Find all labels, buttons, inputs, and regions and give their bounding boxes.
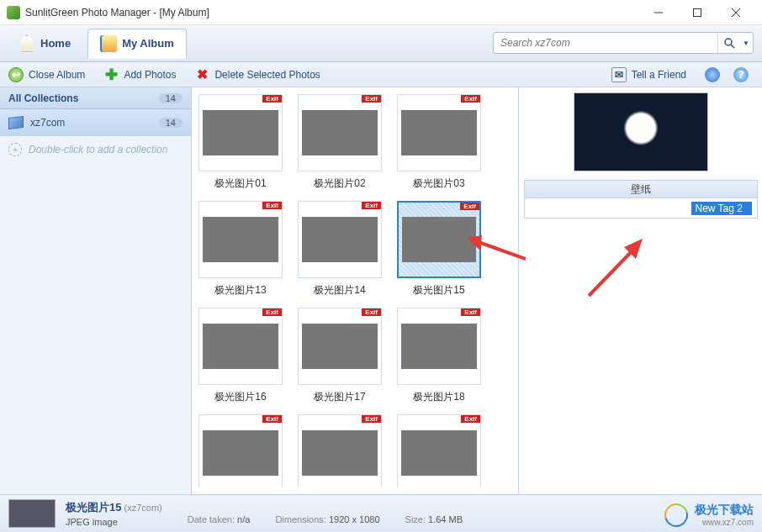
delete-icon: ✖ <box>194 67 209 82</box>
home-icon <box>19 35 35 52</box>
friend-icon: ✉ <box>611 67 627 82</box>
thumbnail-image <box>302 110 378 155</box>
thumbnail-frame[interactable]: Exif <box>298 308 382 385</box>
thumbnail[interactable]: Exif 极光图片14 <box>298 201 382 298</box>
add-photos-button[interactable]: ✚ Add Photos <box>103 67 176 82</box>
thumbnail-frame[interactable]: Exif <box>298 414 382 487</box>
web-button[interactable] <box>705 67 725 82</box>
thumbnail[interactable]: Exif 极光图片17 <box>298 308 382 404</box>
thumbnail-frame[interactable]: Exif <box>198 201 283 278</box>
thumbnail-caption: 极光图片16 <box>198 390 283 404</box>
thumbnail[interactable]: Exif 极光图片16 <box>198 308 283 404</box>
watermark-name: 极光下载站 <box>695 503 754 516</box>
exif-badge: Exif <box>262 308 282 316</box>
tag-edit-input[interactable] <box>691 202 752 215</box>
thumbnail-frame[interactable]: Exif <box>298 201 382 278</box>
tab-my-album[interactable]: My Album <box>87 29 187 59</box>
sidebar-item-count: 14 <box>159 118 183 128</box>
search-input[interactable] <box>494 37 717 49</box>
sidebar-header-count: 14 <box>159 93 183 103</box>
thumbnail-image <box>401 324 477 369</box>
sidebar-item-label: xz7com <box>30 117 65 129</box>
watermark: 极光下载站 www.xz7.com <box>664 503 754 527</box>
thumbnail[interactable]: Exif <box>198 414 283 487</box>
sidebar-add-collection[interactable]: + Double-click to add a collection <box>0 136 191 163</box>
tell-friend-button[interactable]: ✉ Tell a Friend <box>611 67 686 82</box>
thumbnail-image <box>203 110 278 155</box>
thumbnail-scroll[interactable]: Exif 极光图片01 Exif 极光图片02 Exif 极光图片03 Exif… <box>198 94 516 487</box>
delete-selected-button[interactable]: ✖ Delete Selected Photos <box>194 67 320 82</box>
thumbnail-image <box>203 430 278 476</box>
thumbnail-frame[interactable]: Exif <box>397 308 481 385</box>
sidebar-item[interactable]: xz7com 14 <box>0 109 191 136</box>
search-dropdown-icon[interactable]: ▼ <box>739 40 753 47</box>
thumbnail-frame[interactable]: Exif <box>397 94 481 171</box>
thumbnail[interactable]: Exif <box>298 414 382 487</box>
search-box: ▼ <box>493 32 754 54</box>
help-icon: ? <box>733 67 749 82</box>
thumbnail-frame[interactable]: Exif <box>397 414 481 487</box>
preview-image <box>574 92 708 171</box>
close-album-button[interactable]: ↩ Close Album <box>8 67 85 82</box>
thumbnail-frame[interactable]: Exif <box>298 94 382 171</box>
exif-badge: Exif <box>262 95 282 103</box>
thumbnail-frame[interactable]: Exif <box>198 94 283 171</box>
thumbnail-frame[interactable]: Exif <box>397 201 481 278</box>
watermark-logo-icon <box>660 498 692 530</box>
status-collection: (xz7com) <box>124 503 162 513</box>
thumbnail-caption: 极光图片17 <box>298 390 382 404</box>
command-bar: ↩ Close Album ✚ Add Photos ✖ Delete Sele… <box>0 62 762 87</box>
svg-line-5 <box>731 45 734 48</box>
right-panel: 壁纸 <box>518 87 762 494</box>
collection-icon <box>8 116 24 129</box>
status-bar: 极光图片15 (xz7com) JPEG image Date taken: n… <box>0 494 762 532</box>
watermark-url: www.xz7.com <box>695 518 754 527</box>
window-title: SunlitGreen Photo Manager - [My Album] <box>25 7 639 18</box>
sidebar-add-label: Double-click to add a collection <box>29 144 167 155</box>
add-icon: ✚ <box>103 67 119 82</box>
thumbnail-caption: 极光图片14 <box>298 283 382 298</box>
close-album-label: Close Album <box>29 69 85 81</box>
thumbnail[interactable]: Exif 极光图片13 <box>198 201 283 298</box>
search-button[interactable] <box>717 33 739 53</box>
exif-badge: Exif <box>362 415 381 423</box>
main-area: All Collections 14 xz7com 14 + Double-cl… <box>0 87 762 494</box>
thumbnail-caption: 极光图片01 <box>198 176 283 191</box>
thumbnail-image <box>302 324 378 369</box>
thumbnail[interactable]: Exif 极光图片02 <box>298 94 382 191</box>
thumbnail-caption: 极光图片15 <box>397 283 481 298</box>
exif-badge: Exif <box>461 415 480 423</box>
minimize-button[interactable] <box>639 0 678 25</box>
tab-home[interactable]: Home <box>7 29 82 59</box>
exif-badge: Exif <box>362 308 381 316</box>
close-button[interactable] <box>717 0 755 25</box>
thumbnail[interactable]: Exif <box>397 414 481 487</box>
title-bar: SunlitGreen Photo Manager - [My Album] <box>0 0 762 25</box>
exif-badge: Exif <box>461 308 480 316</box>
tag-row[interactable] <box>524 198 758 219</box>
exif-badge: Exif <box>461 95 480 103</box>
thumbnail-frame[interactable]: Exif <box>198 414 283 487</box>
thumbnail-frame[interactable]: Exif <box>198 308 283 385</box>
tab-bar: Home My Album ▼ <box>0 25 762 62</box>
thumbnail[interactable]: Exif 极光图片03 <box>397 94 481 191</box>
help-button[interactable]: ? <box>733 67 754 82</box>
thumbnail-caption: 极光图片18 <box>397 390 481 404</box>
thumbnail-image <box>302 217 378 262</box>
svg-rect-1 <box>694 8 701 16</box>
thumbnail[interactable]: Exif 极光图片15 <box>397 201 481 298</box>
tab-home-label: Home <box>40 37 71 50</box>
maximize-button[interactable] <box>678 0 717 25</box>
thumbnail-image <box>401 430 477 476</box>
thumbnail[interactable]: Exif 极光图片18 <box>397 308 481 404</box>
status-filename: 极光图片15 <box>66 501 121 514</box>
status-dim-value: 1920 x 1080 <box>329 514 380 524</box>
add-photos-label: Add Photos <box>124 69 176 81</box>
thumbnail[interactable]: Exif 极光图片01 <box>198 94 283 191</box>
exif-badge: Exif <box>262 415 282 423</box>
sidebar-header: All Collections 14 <box>0 87 191 109</box>
status-date-value: n/a <box>237 514 250 524</box>
status-date-label: Date taken: <box>188 514 235 524</box>
exif-badge: Exif <box>262 202 282 209</box>
app-icon <box>7 6 20 19</box>
